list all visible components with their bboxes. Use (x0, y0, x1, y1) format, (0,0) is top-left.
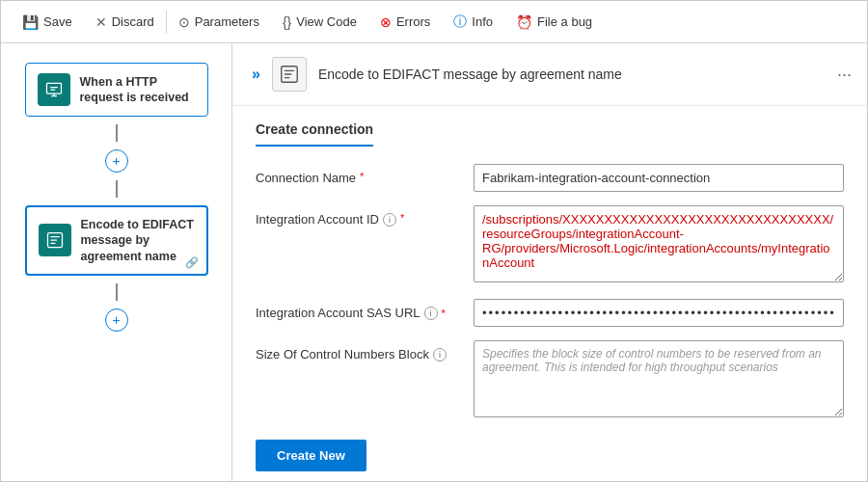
connection-name-required: * (360, 171, 364, 182)
integration-account-id-required: * (400, 212, 404, 224)
save-icon: 💾 (22, 14, 39, 30)
filebug-label: File a bug (537, 14, 592, 29)
svg-rect-0 (46, 83, 61, 94)
control-numbers-info-icon[interactable]: i (433, 348, 447, 362)
add-step-button-1[interactable]: + (105, 149, 128, 173)
edifact-node[interactable]: Encode to EDIFACT message by agreement n… (25, 205, 208, 276)
parameters-button[interactable]: ⊙ Parameters (167, 1, 271, 42)
discard-label: Discard (112, 14, 154, 29)
integration-account-id-info-icon[interactable]: i (383, 213, 396, 227)
bug-icon: ⏰ (516, 14, 532, 30)
control-numbers-input-wrap (474, 340, 844, 420)
info-button[interactable]: ⓘ Info (442, 1, 504, 42)
trigger-label: When a HTTP request is received (80, 74, 196, 106)
errors-label: Errors (396, 14, 430, 29)
action-header-edifact-icon (279, 64, 300, 85)
integration-sas-url-row: Integration Account SAS URL i * (256, 299, 844, 327)
save-button[interactable]: 💾 Save (11, 1, 84, 42)
main-content: When a HTTP request is received + Encode… (1, 43, 867, 482)
control-numbers-input[interactable] (474, 340, 844, 417)
link-icon: 🔗 (185, 256, 199, 269)
connection-name-label: Connection Name * (256, 164, 458, 185)
parameters-label: Parameters (195, 14, 259, 29)
integration-account-id-input[interactable] (474, 205, 844, 282)
integration-account-id-label: Integration Account ID i * (256, 205, 458, 227)
integration-sas-url-input[interactable] (474, 299, 844, 327)
create-new-button[interactable]: Create New (256, 440, 366, 471)
connection-name-input[interactable] (474, 164, 844, 192)
connection-name-input-wrap (474, 164, 844, 192)
errors-button[interactable]: ⊗ Errors (368, 1, 442, 42)
edifact-icon-wrap (39, 224, 71, 256)
integration-sas-url-required-star: * (442, 308, 446, 319)
integration-account-id-row: Integration Account ID i * (256, 205, 844, 285)
control-numbers-row: Size Of Control Numbers Block i (256, 340, 844, 420)
viewcode-button[interactable]: {} View Code (271, 1, 368, 42)
filebug-button[interactable]: ⏰ File a bug (504, 1, 604, 42)
http-trigger-icon (44, 80, 64, 99)
integration-sas-url-info-icon[interactable]: i (424, 307, 438, 320)
control-numbers-label: Size Of Control Numbers Block i (256, 340, 458, 362)
toolbar: 💾 Save ✕ Discard ⊙ Parameters {} View Co… (1, 1, 867, 43)
forward-icon: » (252, 66, 260, 83)
trigger-icon-wrap (38, 73, 70, 106)
edifact-label: Encode to EDIFACT message by agreement n… (81, 217, 195, 264)
viewcode-label: View Code (296, 14, 357, 29)
connection-name-row: Connection Name * (256, 164, 844, 192)
integration-account-id-input-wrap (474, 205, 844, 285)
action-header-title: Encode to EDIFACT message by agreement n… (318, 67, 622, 82)
add-step-button-2[interactable]: + (105, 308, 128, 332)
info-icon: ⓘ (453, 13, 467, 31)
form-section-title: Create connection (256, 121, 373, 147)
action-header-icon-wrap (272, 57, 307, 92)
right-panel: » Encode to EDIFACT message by agreement… (232, 43, 867, 482)
more-options-button[interactable]: ··· (837, 65, 852, 85)
action-header: » Encode to EDIFACT message by agreement… (232, 43, 867, 106)
trigger-node[interactable]: When a HTTP request is received (25, 63, 208, 117)
integration-sas-url-input-wrap (474, 299, 844, 327)
viewcode-icon: {} (283, 14, 291, 30)
info-label: Info (472, 14, 493, 29)
discard-icon: ✕ (95, 14, 107, 30)
integration-sas-url-label: Integration Account SAS URL i * (256, 299, 458, 320)
connector-line-1 (116, 124, 118, 142)
save-label: Save (43, 14, 72, 29)
connector-line-2 (116, 180, 118, 198)
errors-icon: ⊗ (380, 14, 392, 30)
connector-line-3 (116, 283, 118, 301)
parameters-icon: ⊙ (178, 14, 190, 30)
left-panel: When a HTTP request is received + Encode… (1, 43, 232, 482)
edifact-icon (45, 230, 65, 250)
connection-form: Create connection Connection Name * Inte… (232, 106, 867, 482)
discard-button[interactable]: ✕ Discard (84, 1, 166, 42)
